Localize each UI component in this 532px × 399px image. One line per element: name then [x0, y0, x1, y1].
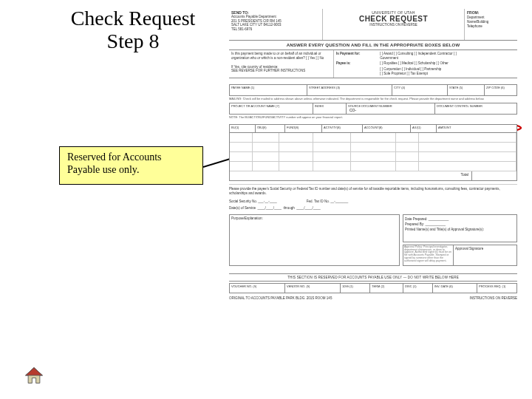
- from-block: FROM: Department Name/Building Telephone: [464, 9, 517, 40]
- tax-note: Please provide the payee's Social Securi…: [229, 184, 517, 198]
- dos-through: through: [284, 206, 295, 210]
- payment-for-label: Is Payment for:: [336, 52, 361, 55]
- v-1099: 1099 (1): [341, 284, 370, 293]
- send-to-label: SEND TO:: [231, 10, 249, 15]
- signature-block: Date Prepared: ___________ Prepared By: …: [403, 214, 517, 266]
- account-grid: BU(1) OBJ(9) FUND(8) ACTIVITY(8) ACCOUNT…: [229, 124, 517, 181]
- callout-box: Reserved for Accounts Payable use only.: [59, 146, 203, 185]
- voucher-row: VOUCHER NO. (9) VENDOR NO. (9) 1099 (1) …: [229, 283, 517, 293]
- v-term: TERM (2): [370, 284, 403, 293]
- from-label: FROM:: [467, 10, 479, 15]
- total-amount: [471, 171, 516, 180]
- svg-marker-4: [26, 368, 43, 376]
- purpose-label: Purpose/Explanation:: [231, 216, 263, 220]
- title-line2: Step 8: [107, 30, 160, 52]
- dos-label: Date(s) of Service: [229, 206, 256, 210]
- v-voucher: VOUCHER NO. (9): [230, 284, 285, 293]
- slide-title: Check Request Step 8: [52, 7, 214, 53]
- nonresident-question: Is this payment being made to or on beha…: [229, 50, 334, 78]
- grid-row: [230, 152, 516, 162]
- col-project: PROJECT OR ACCOUNT NAME (7): [230, 103, 313, 114]
- footer-left: ORIGINAL TO ACCOUNTS PAYABLE PARK BLDG. …: [229, 296, 332, 300]
- dates-of-service: Date(s) of Service ____/____/____ throug…: [229, 205, 517, 211]
- payee-is-options: [ ] Corporation [ ] Individual [ ] Partn…: [380, 67, 461, 77]
- fedtax-label: Fed. Tax ID No.: [307, 200, 330, 203]
- grid-row: [230, 162, 516, 171]
- lower-block: Purpose/Explanation: Date Prepared: ____…: [229, 214, 517, 266]
- grid-row: [230, 133, 516, 143]
- v-invdate: INV. DATE (6): [433, 284, 477, 293]
- payment-for-options: [ ] Award [ ] Consulting [ ] Independent…: [380, 52, 461, 66]
- v-disc: DISC (1): [403, 284, 433, 293]
- col-street: STREET ADDRESS (3): [307, 85, 392, 95]
- v-vendor: VENDOR NO. (9): [285, 284, 341, 293]
- question-row-1: Is this payment being made to or on beha…: [229, 50, 517, 78]
- form-footer: ORIGINAL TO ACCOUNTS PAYABLE PARK BLDG. …: [229, 296, 517, 300]
- col-zip: ZIP CODE (6): [485, 85, 516, 95]
- form-header: SEND TO: Accounts Payable Department 201…: [229, 9, 517, 41]
- callout-text: Reserved for Accounts Payable use only.: [67, 151, 162, 175]
- form-subtitle: INSTRUCTIONS ON REVERSE: [324, 23, 463, 27]
- approval-policy: Approval Policy: Principal investigator,…: [403, 245, 454, 266]
- send-to-body: Accounts Payable Department 201 S PRESID…: [231, 15, 320, 31]
- date-prepared-label: Date Prepared:: [405, 217, 428, 221]
- grid-row: [230, 143, 516, 152]
- mailing-blurb: MAILING: Check will be mailed to address…: [229, 96, 517, 103]
- footer-right: INSTRUCTIONS ON REVERSE: [469, 296, 517, 300]
- payee-is-label: Payee is:: [336, 61, 351, 65]
- gh-obj: OBJ(9): [256, 125, 285, 132]
- col-city: CITY (4): [392, 85, 448, 95]
- printed-names-label: Printed Name(s) and Title(s) of Approval…: [405, 228, 484, 231]
- col-source-doc: SOURCE DOCUMENT NUMBER CO-: [347, 103, 435, 114]
- grid-total-row: Total: [230, 171, 516, 180]
- gh-fund: FUND(8): [285, 125, 322, 132]
- approval-signature-label: Approval Signature: [455, 247, 483, 250]
- form-title-block: UNIVERSITY OF UTAH CHECK REQUEST INSTRUC…: [323, 9, 464, 40]
- prepared-by-label: Prepared By:: [405, 222, 424, 226]
- col-doc-control: DOCUMENT CONTROL NUMBER: [435, 103, 516, 114]
- form-title: CHECK REQUEST: [324, 15, 463, 23]
- gh-amount: AMOUNT: [437, 125, 516, 132]
- col-index: INDEX: [313, 103, 347, 114]
- total-label: Total: [230, 171, 471, 180]
- reserved-banner: THIS SECTION IS RESERVED FOR ACCOUNTS PA…: [229, 273, 517, 282]
- instruction-banner: ANSWER EVERY QUESTION AND FILL IN THE AP…: [229, 41, 517, 50]
- v-process: PROCESS REQ. (1): [477, 284, 516, 293]
- col-state: STATE (5): [448, 85, 485, 95]
- home-icon[interactable]: [24, 365, 44, 386]
- gh-activity: ACTIVITY(8): [322, 125, 363, 132]
- purpose-box: Purpose/Explanation:: [229, 214, 400, 266]
- grid-header: BU(1) OBJ(9) FUND(8) ACTIVITY(8) ACCOUNT…: [230, 125, 516, 133]
- project-row: PROJECT OR ACCOUNT NAME (7) INDEX SOURCE…: [229, 103, 517, 115]
- send-to-block: SEND TO: Accounts Payable Department 201…: [229, 9, 323, 40]
- source-doc-value: CO-: [349, 108, 356, 112]
- note-blurb: NOTE: The BU/ACT/OBJ/FUND/ACTIVITY numbe…: [229, 115, 517, 121]
- gh-account: ACCOUNT(8): [363, 125, 411, 132]
- check-request-form: SEND TO: Accounts Payable Department 201…: [229, 9, 517, 386]
- ssn-label: Social Security No.: [229, 200, 257, 203]
- approval-signature-box: Approval Signature: [454, 245, 517, 266]
- from-body: Department Name/Building Telephone: [467, 16, 515, 29]
- gh-bu: BU(1): [230, 125, 256, 132]
- prepared-box: Date Prepared: ___________ Prepared By: …: [403, 214, 517, 242]
- ssn-row: Social Security No. ___-__-____ Fed. Tax…: [229, 198, 517, 205]
- gh-au: A/U(1): [411, 125, 437, 132]
- col-payee-name: PAYEE NAME (1): [230, 85, 307, 95]
- title-line1: Check Request: [71, 7, 196, 30]
- payment-for-block: Is Payment for: Payee is: [ ] Award [ ] …: [334, 50, 517, 78]
- address-row: PAYEE NAME (1) STREET ADDRESS (3) CITY (…: [229, 84, 517, 96]
